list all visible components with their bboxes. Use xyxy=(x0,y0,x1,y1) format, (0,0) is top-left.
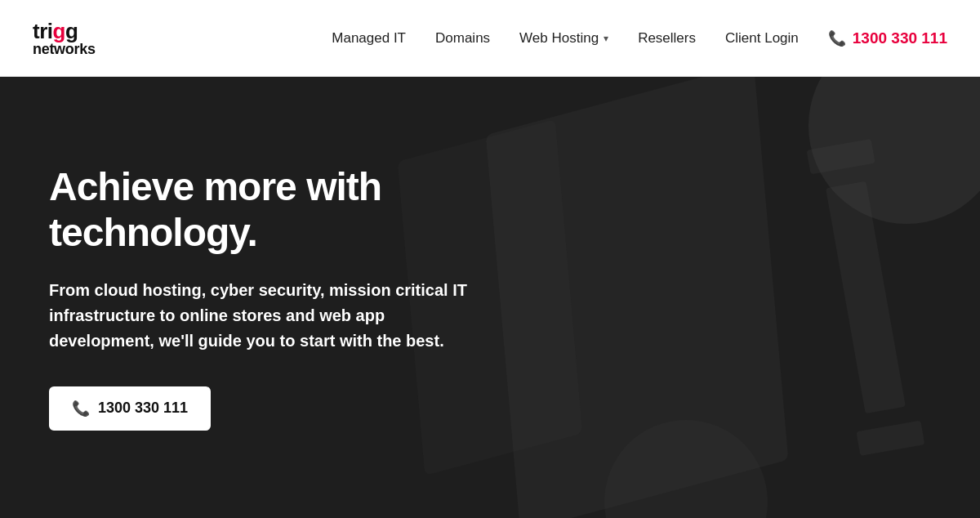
hero-content: Achieve more with technology. From cloud… xyxy=(0,164,523,430)
hero-subtext: From cloud hosting, cyber security, miss… xyxy=(49,278,474,354)
hero-heading: Achieve more with technology. xyxy=(49,164,474,254)
nav-resellers[interactable]: Resellers xyxy=(638,30,696,47)
site-header: trigg networks Managed IT Domains Web Ho… xyxy=(0,0,980,77)
nav-domains[interactable]: Domains xyxy=(435,30,490,47)
site-logo[interactable]: trigg networks xyxy=(33,20,96,56)
phone-icon: 📞 xyxy=(828,29,846,47)
hero-section: Achieve more with technology. From cloud… xyxy=(0,77,980,518)
logo-dot: g xyxy=(53,19,65,43)
cta-phone-icon: 📞 xyxy=(72,400,90,418)
nav-phone[interactable]: 📞 1300 330 111 xyxy=(828,29,947,47)
logo-top-text: trigg xyxy=(33,20,96,42)
nav-phone-number: 1300 330 111 xyxy=(853,29,947,47)
nav-managed-it[interactable]: Managed IT xyxy=(332,30,406,47)
logo-bottom-text: networks xyxy=(33,42,96,56)
main-nav: Managed IT Domains Web Hosting ▾ Reselle… xyxy=(332,29,947,47)
letter-i-bottom-bar xyxy=(856,421,924,456)
cta-phone-text: 1300 330 111 xyxy=(98,400,188,417)
nav-client-login[interactable]: Client Login xyxy=(725,30,799,47)
web-hosting-dropdown-arrow: ▾ xyxy=(604,33,608,44)
cta-button[interactable]: 📞 1300 330 111 xyxy=(49,386,211,431)
nav-web-hosting[interactable]: Web Hosting ▾ xyxy=(519,30,608,47)
